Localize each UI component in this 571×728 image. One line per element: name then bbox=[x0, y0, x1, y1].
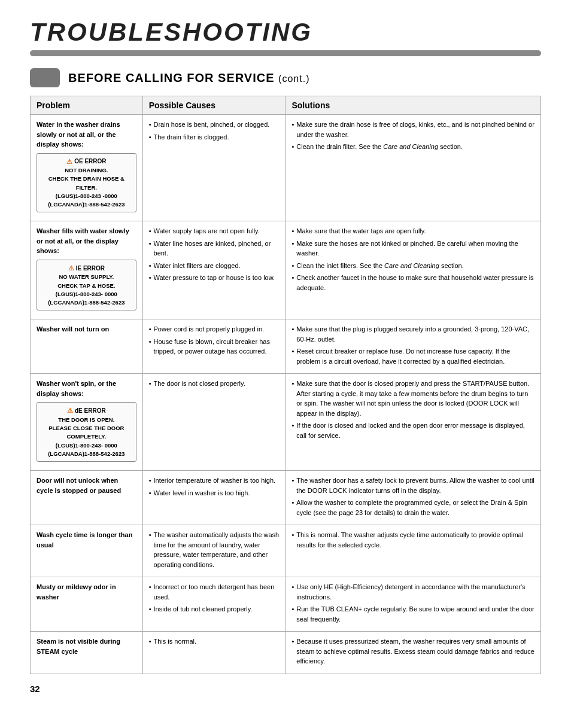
problem-label: Musty or mildewy odor in washer bbox=[37, 583, 116, 601]
table-row: Wash cycle time is longer than usual•The… bbox=[31, 525, 541, 577]
solution-text: Allow the washer to complete the program… bbox=[296, 498, 534, 517]
error-line: CHECK TAP & HOSE. bbox=[42, 282, 131, 290]
bullet: • bbox=[149, 239, 151, 249]
solution-text: If the door is closed and locked and the… bbox=[296, 421, 534, 440]
bullet: • bbox=[149, 636, 151, 647]
warning-icon: ⚠ bbox=[66, 157, 72, 167]
table-row: Steam is not visible during STEAM cycle•… bbox=[31, 632, 541, 674]
error-box: ⚠ IE ERRORNO WATER SUPPLY.CHECK TAP & HO… bbox=[37, 260, 136, 311]
section-header: BEFORE CALLING FOR SERVICE (cont.) bbox=[30, 68, 541, 87]
col-header-problem: Problem bbox=[31, 96, 143, 115]
cause-text: The drain filter is clogged. bbox=[154, 132, 229, 142]
table-row: Washer won't spin, or the display shows:… bbox=[31, 374, 541, 471]
bullet: • bbox=[149, 226, 151, 236]
solution-text: Clean the drain filter. See the Care and… bbox=[296, 142, 463, 152]
bullet: • bbox=[149, 582, 151, 592]
causes-cell: •Interior temperature of washer is too h… bbox=[142, 471, 286, 525]
cause-text: Water pressure to tap or house is too lo… bbox=[154, 273, 275, 283]
error-line: (LGCANADA)1-888-542-2623 bbox=[42, 298, 131, 307]
cause-text: Water inlet filters are clogged. bbox=[154, 261, 241, 271]
causes-cell: •Power cord is not properly plugged in.•… bbox=[142, 319, 286, 374]
error-line: (LGUS)1-800-243- 0000 bbox=[42, 441, 131, 450]
causes-cell: •Drain hose is bent, pinched, or clogged… bbox=[142, 115, 286, 221]
italic-text: Care and Cleaning bbox=[384, 262, 439, 269]
solution-text: Make sure that the door is closed proper… bbox=[296, 379, 534, 418]
bullet: • bbox=[149, 132, 151, 142]
solution-text: Make sure the hoses are not kinked or pi… bbox=[296, 239, 534, 258]
cause-text: Drain hose is bent, pinched, or clogged. bbox=[154, 120, 270, 130]
bullet: • bbox=[291, 636, 294, 647]
solution-item: •Check another faucet in the house to ma… bbox=[291, 273, 534, 293]
solution-item: •Clean the inlet filters. See the Care a… bbox=[291, 261, 534, 271]
table-row: Door will not unlock when cycle is stopp… bbox=[31, 471, 541, 525]
problem-label: Washer fills with water slowly or not at… bbox=[37, 227, 129, 254]
warning-icon: ⚠ bbox=[68, 263, 74, 273]
solution-item: •Make sure that the water taps are open … bbox=[291, 226, 534, 236]
problem-cell: Washer won't spin, or the display shows:… bbox=[31, 374, 143, 471]
cause-text: The washer automatically adjusts the was… bbox=[154, 530, 280, 569]
cause-text: House fuse is blown, circuit breaker has… bbox=[154, 337, 280, 357]
causes-cell: •Water supply taps are not open fully.•W… bbox=[142, 221, 286, 319]
cause-text: Inside of tub not cleaned properly. bbox=[154, 604, 253, 614]
bullet: • bbox=[291, 498, 294, 508]
error-line: CHECK THE DRAIN HOSE & bbox=[42, 175, 131, 183]
bullet: • bbox=[291, 346, 294, 357]
troubleshooting-table: Problem Possible Causes Solutions Water … bbox=[30, 96, 541, 674]
problem-label: Wash cycle time is longer than usual bbox=[37, 531, 132, 549]
bullet: • bbox=[149, 604, 151, 614]
bullet: • bbox=[291, 604, 294, 614]
bullet: • bbox=[149, 261, 151, 271]
bullet: • bbox=[291, 239, 294, 249]
bullet: • bbox=[149, 337, 151, 347]
cause-text: Water supply taps are not open fully. bbox=[154, 226, 260, 236]
solution-text: Run the TUB CLEAN+ cycle regularly. Be s… bbox=[296, 604, 534, 624]
error-line: PLEASE CLOSE THE DOOR bbox=[42, 424, 131, 432]
bullet: • bbox=[291, 379, 294, 389]
error-box: ⚠ dE ERRORTHE DOOR IS OPEN.PLEASE CLOSE … bbox=[37, 402, 136, 462]
solution-text: Make sure the drain hose is free of clog… bbox=[296, 120, 534, 139]
cause-item: •Drain hose is bent, pinched, or clogged… bbox=[149, 120, 280, 130]
problem-label: Steam is not visible during STEAM cycle bbox=[37, 638, 120, 655]
italic-text: Care and Cleaning bbox=[383, 143, 438, 150]
problem-cell: Wash cycle time is longer than usual bbox=[31, 525, 143, 577]
cause-text: Incorrect or too much detergent has been… bbox=[154, 582, 280, 602]
bullet: • bbox=[291, 476, 294, 486]
cause-item: •Incorrect or too much detergent has bee… bbox=[149, 582, 280, 602]
problem-cell: Water in the washer drains slowly or not… bbox=[31, 115, 143, 221]
solution-text: The washer door has a safety lock to pre… bbox=[296, 476, 534, 495]
cause-text: The door is not closed properly. bbox=[154, 379, 245, 389]
title-bar bbox=[30, 50, 541, 56]
solution-text: Use only HE (High-Efficiency) detergent … bbox=[296, 582, 534, 602]
error-line: NO WATER SUPPLY. bbox=[42, 273, 131, 281]
solution-item: •If the door is closed and locked and th… bbox=[291, 421, 534, 440]
causes-cell: •The door is not closed properly. bbox=[142, 374, 286, 471]
solution-item: •Run the TUB CLEAN+ cycle regularly. Be … bbox=[291, 604, 534, 624]
error-box: ⚠ OE ERRORNOT DRAINING.CHECK THE DRAIN H… bbox=[37, 153, 136, 213]
causes-cell: •This is normal. bbox=[142, 632, 286, 674]
cause-item: •Water pressure to tap or house is too l… bbox=[149, 273, 280, 283]
bullet: • bbox=[149, 379, 151, 389]
cause-item: •This is normal. bbox=[149, 636, 280, 647]
solution-text: Because it uses pressurized steam, the w… bbox=[296, 636, 534, 666]
page-number: 32 bbox=[30, 684, 541, 694]
solution-item: •Use only HE (High-Efficiency) detergent… bbox=[291, 582, 534, 602]
italic-text: Care and Cleaning bbox=[384, 262, 439, 269]
problem-label: Washer will not turn on bbox=[37, 325, 109, 333]
error-title: ⚠ IE ERROR bbox=[42, 263, 131, 273]
problem-cell: Washer fills with water slowly or not at… bbox=[31, 221, 143, 319]
cause-item: •Water line hoses are kinked, pinched, o… bbox=[149, 239, 280, 258]
solution-text: Reset circuit breaker or replace fuse. D… bbox=[296, 346, 534, 366]
error-line: THE DOOR IS OPEN. bbox=[42, 416, 131, 424]
solution-text: This is normal. The washer adjusts cycle… bbox=[296, 530, 534, 550]
cause-text: This is normal. bbox=[154, 636, 197, 647]
cause-item: •Interior temperature of washer is too h… bbox=[149, 476, 280, 486]
cause-item: •Inside of tub not cleaned properly. bbox=[149, 604, 280, 614]
solution-text: Check another faucet in the house to mak… bbox=[296, 273, 534, 293]
error-line: (LGCANADA)1-888-542-2623 bbox=[42, 200, 131, 209]
page-title: TROUBLESHOOTING bbox=[30, 18, 541, 47]
problem-label: Washer won't spin, or the display shows: bbox=[37, 380, 116, 397]
solution-text: Clean the inlet filters. See the Care an… bbox=[296, 261, 463, 271]
col-header-solutions: Solutions bbox=[286, 96, 541, 115]
italic-text: Care and Cleaning bbox=[383, 143, 438, 150]
solution-item: •Make sure that the plug is plugged secu… bbox=[291, 324, 534, 344]
